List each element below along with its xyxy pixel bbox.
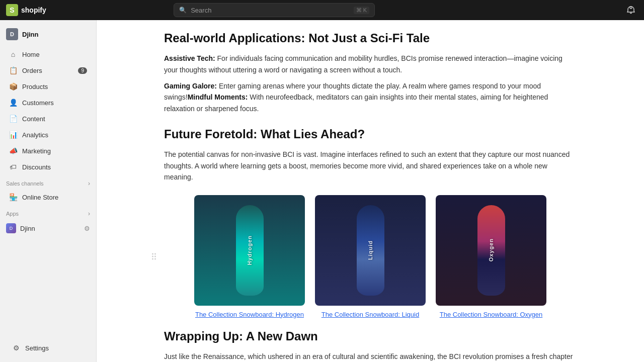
sales-channels-expand-icon[interactable]: › — [88, 180, 90, 187]
sales-channels-section: Sales channels › — [0, 175, 96, 189]
sidebar-item-marketing[interactable]: 📣 Marketing — [3, 143, 93, 158]
main-layout: D Djinn ⌂ Home 📋 Orders 9 📦 Products 👤 C… — [0, 20, 644, 362]
store-icon: D — [6, 28, 18, 40]
sidebar-item-content-label: Content — [22, 115, 45, 123]
sidebar-bottom: ⚙ Settings — [0, 338, 96, 358]
sidebar-item-djinn[interactable]: D Djinn ⚙ — [0, 220, 96, 237]
analytics-icon: 📊 — [9, 131, 17, 139]
sidebar-item-settings-label: Settings — [25, 344, 49, 352]
sidebar-item-customers-label: Customers — [22, 99, 54, 107]
product-hydrogen: Hydrogen The Collection Snowboard: Hydro… — [194, 195, 305, 318]
djinn-app-settings-icon[interactable]: ⚙ — [84, 225, 90, 232]
search-bar[interactable]: 🔍 Search ⌘ K — [174, 3, 375, 17]
section-future: Future Foretold: What Lies Ahead? The po… — [164, 126, 577, 183]
sidebar-item-online-store-label: Online Store — [22, 194, 58, 201]
notification-icon[interactable] — [624, 3, 638, 17]
sidebar-item-discounts[interactable]: 🏷 Discounts — [3, 159, 93, 174]
product-liquid: Liquid The Collection Snowboard: Liquid — [315, 195, 426, 318]
search-shortcut: ⌘ K — [354, 7, 369, 14]
snowboard-liquid-shape: Liquid — [357, 205, 384, 296]
customers-icon: 👤 — [9, 99, 17, 107]
shopify-logo-text: shopify — [21, 6, 46, 14]
apps-expand-icon[interactable]: › — [88, 210, 90, 217]
section3-heading: Wrapping Up: A New Dawn — [164, 328, 577, 344]
sidebar-item-discounts-label: Discounts — [22, 163, 51, 171]
djinn-app-icon: D — [6, 223, 16, 233]
section2-heading: Future Foretold: What Lies Ahead? — [164, 126, 577, 142]
drag-handle[interactable] — [152, 253, 156, 260]
sidebar-item-orders-label: Orders — [22, 67, 42, 74]
sidebar-item-customers[interactable]: 👤 Customers — [3, 95, 93, 110]
product-hydrogen-link[interactable]: The Collection Snowboard: Hydrogen — [195, 311, 304, 318]
sidebar-item-products-label: Products — [22, 83, 48, 90]
snowboard-hydrogen-shape: Hydrogen — [236, 205, 264, 296]
section2-body: The potential canvas for non-invasive BC… — [164, 149, 577, 183]
sidebar-item-content[interactable]: 📄 Content — [3, 111, 93, 126]
sidebar-item-orders[interactable]: 📋 Orders 9 — [3, 63, 93, 78]
snowboard-oxygen-shape: Oxygen — [477, 205, 505, 296]
apps-label: Apps — [6, 211, 19, 217]
sidebar: D Djinn ⌂ Home 📋 Orders 9 📦 Products 👤 C… — [0, 20, 97, 362]
product-oxygen-link[interactable]: The Collection Snowboard: Oxygen — [440, 311, 543, 318]
section3-body: Just like the Renaissance, which ushered… — [164, 351, 577, 362]
sidebar-item-djinn-label: Djinn — [20, 225, 35, 232]
sidebar-item-online-store[interactable]: 🏪 Online Store — [3, 190, 93, 205]
sidebar-item-home-label: Home — [22, 51, 40, 58]
shopify-logo: S shopify — [6, 4, 46, 16]
sidebar-item-marketing-label: Marketing — [22, 147, 51, 155]
assistive-tech-paragraph: Assistive Tech: For individuals facing c… — [164, 53, 577, 75]
sidebar-item-settings[interactable]: ⚙ Settings — [6, 340, 90, 355]
content-area: Real-world Applications: Not Just a Sci-… — [97, 20, 644, 362]
snowboard-hydrogen-text: Hydrogen — [247, 235, 253, 265]
sidebar-item-products[interactable]: 📦 Products — [3, 79, 93, 94]
content-icon: 📄 — [9, 115, 17, 123]
discounts-icon: 🏷 — [9, 163, 17, 171]
sales-channels-label: Sales channels — [6, 180, 44, 187]
assistive-tech-text: For individuals facing communication and… — [164, 54, 562, 73]
products-icon: 📦 — [9, 82, 17, 90]
mindful-label: Mindful Moments: — [188, 93, 248, 101]
home-icon: ⌂ — [9, 50, 17, 58]
product-oxygen: Oxygen The Collection Snowboard: Oxygen — [436, 195, 546, 318]
sidebar-item-home[interactable]: ⌂ Home — [3, 47, 93, 62]
orders-badge: 9 — [78, 67, 87, 74]
apps-section: Apps › — [0, 205, 96, 219]
section-wrapping-up: Wrapping Up: A New Dawn Just like the Re… — [164, 328, 577, 363]
product-liquid-link[interactable]: The Collection Snowboard: Liquid — [321, 311, 419, 318]
product-images-grid: Hydrogen The Collection Snowboard: Hydro… — [164, 195, 577, 318]
snowboard-liquid-text: Liquid — [367, 240, 373, 260]
sidebar-item-analytics-label: Analytics — [22, 131, 48, 139]
product-liquid-image: Liquid — [315, 195, 426, 306]
product-oxygen-image: Oxygen — [436, 195, 546, 306]
shopify-logo-icon: S — [6, 4, 18, 16]
search-placeholder-text: Search — [191, 7, 211, 14]
topbar-right — [624, 3, 638, 17]
section-real-world: Real-world Applications: Not Just a Sci-… — [164, 30, 577, 114]
product-hydrogen-image: Hydrogen — [194, 195, 305, 306]
assistive-tech-label: Assistive Tech: — [164, 54, 215, 62]
product-images-section: Hydrogen The Collection Snowboard: Hydro… — [164, 195, 577, 318]
top-bar: S shopify 🔍 Search ⌘ K — [0, 0, 644, 20]
settings-icon: ⚙ — [12, 344, 20, 352]
blog-content: Real-world Applications: Not Just a Sci-… — [144, 20, 597, 362]
gaming-label: Gaming Galore: — [164, 82, 217, 90]
store-name: Djinn — [22, 31, 39, 38]
sidebar-item-analytics[interactable]: 📊 Analytics — [3, 127, 93, 142]
store-header: D Djinn — [0, 24, 96, 44]
section1-heading: Real-world Applications: Not Just a Sci-… — [164, 30, 577, 46]
online-store-icon: 🏪 — [9, 193, 17, 201]
orders-icon: 📋 — [9, 66, 17, 74]
gaming-paragraph: Gaming Galore: Enter gaming arenas where… — [164, 80, 577, 114]
marketing-icon: 📣 — [9, 147, 17, 155]
snowboard-oxygen-text: Oxygen — [488, 238, 494, 261]
search-icon: 🔍 — [179, 7, 187, 14]
